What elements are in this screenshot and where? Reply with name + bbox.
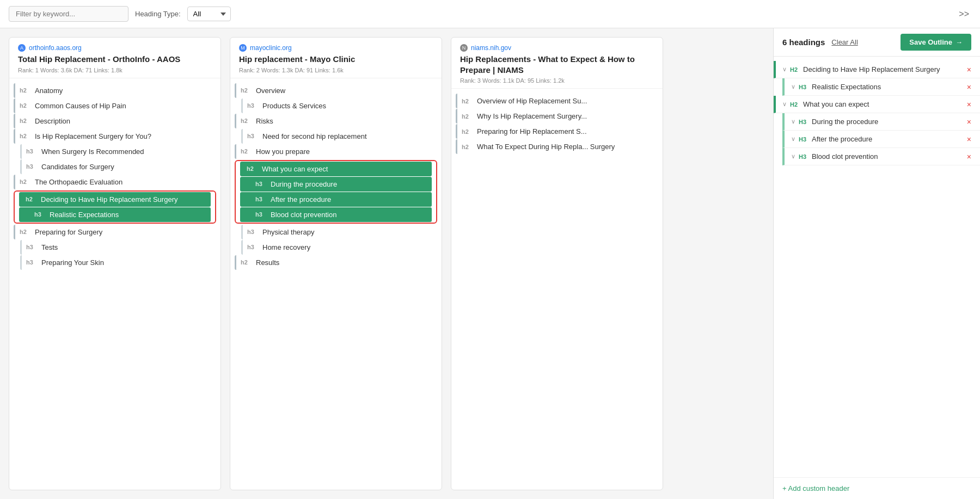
heading-text: What you can expect — [262, 165, 328, 173]
heading-tag: h2 — [462, 113, 473, 120]
heading-tag: h3 — [247, 133, 258, 139]
heading-item[interactable]: h3Products & Services — [241, 98, 437, 113]
heading-tag: h3 — [26, 148, 37, 155]
heading-text: Physical therapy — [262, 228, 314, 236]
heading-text: After the procedure — [271, 195, 331, 204]
outline-item: ∨H3Realistic Expectations× — [782, 78, 980, 96]
column-body: h2Overviewh3Products & Servicesh2Risksh3… — [230, 78, 442, 490]
outline-chevron-icon[interactable]: ∨ — [791, 135, 795, 143]
heading-tag: h2 — [247, 165, 258, 172]
heading-tag: h2 — [20, 87, 30, 94]
heading-text: Why Is Hip Replacement Surgery... — [477, 112, 587, 120]
columns-area: Aorthoinfo.aaos.orgTotal Hip Replacement… — [0, 28, 773, 499]
heading-item[interactable]: h3During the procedure — [240, 177, 432, 192]
site-url[interactable]: Aorthoinfo.aaos.org — [18, 44, 212, 52]
heading-text: Products & Services — [262, 102, 326, 110]
heading-item[interactable]: h2Why Is Hip Replacement Surgery... — [456, 109, 658, 124]
column-title: Total Hip Replacement - OrthoInfo - AAOS — [18, 54, 212, 65]
column-body: h2Overview of Hip Replacement Su...h2Why… — [451, 89, 663, 490]
outline-chevron-icon[interactable]: ∨ — [791, 153, 795, 160]
heading-text: Risks — [256, 117, 273, 125]
headings-count: 6 headings — [782, 38, 825, 47]
outline-item: ∨H2What you can expect× — [774, 96, 980, 113]
heading-item[interactable]: h2Is Hip Replacement Surgery for You? — [14, 129, 216, 144]
column-header: Mmayoclinic.orgHip replacement - Mayo Cl… — [230, 38, 442, 78]
heading-item[interactable]: h2What To Expect During Hip Repla... Sur… — [456, 139, 658, 154]
column-header: Aorthoinfo.aaos.orgTotal Hip Replacement… — [9, 38, 220, 78]
heading-item[interactable]: h3Preparing Your Skin — [20, 255, 216, 270]
column-col1: Aorthoinfo.aaos.orgTotal Hip Replacement… — [9, 37, 221, 490]
outline-remove-button[interactable]: × — [967, 101, 971, 108]
heading-item[interactable]: h2Overview — [235, 83, 437, 98]
save-outline-label: Save Outline — [909, 38, 952, 46]
heading-item[interactable]: h2What you can expect — [240, 162, 432, 176]
heading-tag: h3 — [247, 244, 258, 250]
heading-tag: h3 — [255, 181, 266, 187]
outline-remove-button[interactable]: × — [967, 135, 971, 143]
heading-item[interactable]: h3Need for second hip replacement — [241, 129, 437, 144]
save-outline-button[interactable]: Save Outline → — [901, 34, 971, 51]
outline-item: ∨H3During the procedure× — [782, 113, 980, 131]
heading-item[interactable]: h2Anatomy — [14, 83, 216, 98]
heading-item[interactable]: h2Results — [235, 255, 437, 270]
heading-item[interactable]: h2Description — [14, 114, 216, 128]
outline-item: ∨H2Deciding to Have Hip Replacement Surg… — [774, 61, 980, 78]
heading-text: Is Hip Replacement Surgery for You? — [35, 132, 151, 140]
add-custom-header[interactable]: + Add custom header — [774, 477, 980, 499]
heading-item[interactable]: h3Tests — [20, 240, 216, 255]
outline-heading-tag: H3 — [799, 84, 806, 90]
heading-text: Preparing for Hip Replacement S... — [477, 127, 587, 135]
outline-chevron-icon[interactable]: ∨ — [782, 66, 787, 73]
heading-tag: h2 — [20, 118, 30, 124]
outline-chevron-icon[interactable]: ∨ — [791, 83, 795, 90]
outline-remove-button[interactable]: × — [967, 83, 971, 91]
heading-item[interactable]: h2Common Causes of Hip Pain — [14, 98, 216, 113]
heading-tag: h3 — [26, 163, 37, 170]
site-url[interactable]: Mmayoclinic.org — [239, 44, 433, 52]
outline-heading-tag: H3 — [799, 153, 806, 160]
filter-input[interactable] — [9, 6, 128, 22]
outline-remove-button[interactable]: × — [967, 118, 971, 126]
outline-heading-text: Realistic Expectations — [812, 83, 964, 91]
heading-item[interactable]: h3Realistic Expectations — [19, 207, 211, 222]
heading-text: Realistic Expectations — [50, 211, 119, 219]
heading-item[interactable]: h2The Orthopaedic Evaluation — [14, 175, 216, 189]
right-panel-header: 6 headings Clear All Save Outline → — [774, 28, 980, 57]
heading-item[interactable]: h3Candidates for Surgery — [20, 159, 216, 174]
clear-all-button[interactable]: Clear All — [831, 38, 857, 46]
top-bar: Heading Type: All H2 H3 >> — [0, 0, 980, 28]
heading-type-select[interactable]: All H2 H3 — [187, 7, 231, 21]
outline-chevron-icon[interactable]: ∨ — [782, 101, 787, 108]
heading-text: Common Causes of Hip Pain — [35, 102, 126, 110]
outline-heading-text: What you can expect — [803, 100, 964, 108]
save-outline-icon: → — [955, 38, 963, 46]
heading-item[interactable]: h3When Surgery Is Recommended — [20, 144, 216, 159]
heading-item[interactable]: h2Overview of Hip Replacement Su... — [456, 94, 658, 108]
site-url[interactable]: Nniams.nih.gov — [460, 44, 654, 52]
heading-item[interactable]: h2Preparing for Hip Replacement S... — [456, 124, 658, 139]
heading-item[interactable]: h3Blood clot prevention — [240, 207, 432, 222]
heading-item[interactable]: h2Preparing for Surgery — [14, 225, 216, 239]
heading-tag: h3 — [255, 211, 266, 218]
heading-item[interactable]: h2Risks — [235, 114, 437, 128]
heading-item[interactable]: h2How you prepare — [235, 144, 437, 159]
outline-item: ∨H3After the procedure× — [782, 131, 980, 148]
outline-chevron-icon[interactable]: ∨ — [791, 118, 795, 125]
site-icon: M — [239, 44, 247, 52]
heading-text: Anatomy — [35, 87, 63, 95]
outline-heading-text: During the procedure — [812, 118, 964, 126]
heading-tag: h3 — [247, 229, 258, 235]
outline-heading-tag: H3 — [799, 136, 806, 143]
column-header: Nniams.nih.govHip Replacements - What to… — [451, 38, 663, 89]
heading-item[interactable]: h3Home recovery — [241, 240, 437, 255]
heading-tag: h2 — [20, 229, 30, 235]
column-title: Hip Replacements - What to Expect & How … — [460, 54, 654, 75]
outline-remove-button[interactable]: × — [967, 66, 971, 73]
heading-item[interactable]: h3Physical therapy — [241, 225, 437, 239]
heading-item[interactable]: h3After the procedure — [240, 192, 432, 207]
heading-item[interactable]: h2Deciding to Have Hip Replacement Surge… — [19, 192, 211, 207]
site-icon: A — [18, 44, 26, 52]
outline-heading-tag: H2 — [790, 101, 798, 108]
outline-remove-button[interactable]: × — [967, 153, 971, 161]
expand-icon[interactable]: >> — [957, 7, 971, 21]
